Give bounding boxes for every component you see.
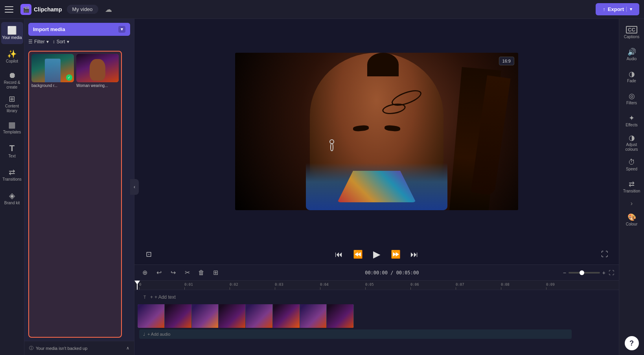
add-text-label: + Add text (155, 294, 176, 300)
zoom-slider[interactable] (569, 272, 600, 274)
sidebar-label-copilot: Copilot (6, 59, 18, 64)
your-media-icon: ⬜ (7, 26, 17, 34)
right-tool-colour[interactable]: 🎨 Colour (620, 209, 643, 231)
zoom-in-button[interactable]: + (602, 270, 605, 276)
left-sidebar: ⬜ Your media ✨ Copilot ⏺ Record & create… (0, 19, 24, 355)
ruler-mark-2: 0:02 (230, 283, 275, 290)
playhead-arrow (134, 281, 140, 285)
media-panel: Import media ▾ ☰ Filter ▾ ↕ Sort ▾ (24, 19, 134, 355)
screen-capture-button[interactable]: ⊡ (142, 248, 155, 261)
video-track-strip[interactable] (138, 304, 354, 328)
play-button[interactable]: ▶ (370, 248, 383, 261)
speed-icon: ⏱ (628, 159, 635, 166)
import-dropdown-arrow[interactable]: ▾ (118, 26, 125, 33)
right-tool-transition[interactable]: ⇄ Transition (620, 176, 643, 198)
frame-5 (246, 304, 273, 328)
sidebar-item-content-library[interactable]: ⊞ Content library (1, 93, 23, 115)
right-tool-captions[interactable]: CC Captions (620, 22, 643, 43)
colour-label: Colour (626, 222, 637, 227)
delete-button[interactable]: 🗑 (196, 267, 207, 278)
add-text-plus: + (150, 294, 153, 300)
audio-track-row: ♩ + Add audio (134, 329, 619, 339)
export-button[interactable]: ↑ Export ▾ (596, 3, 639, 15)
colour-icon: 🎨 (627, 214, 636, 221)
sidebar-label-templates: Templates (3, 130, 21, 135)
filter-button[interactable]: ☰ Filter ▾ (28, 39, 49, 44)
right-tool-audio[interactable]: 🔊 Audio (620, 44, 643, 65)
audio-track[interactable]: ♩ + Add audio (139, 329, 572, 339)
media-grid: ✓ background r... Woman wearing... (24, 48, 134, 341)
copilot-icon: ✨ (7, 50, 17, 58)
topbar: 🎬 Clipchamp My video ☁ ↑ Export ▾ (0, 0, 644, 19)
sort-button[interactable]: ↕ Sort ▾ (53, 39, 69, 44)
speed-label: Speed (626, 167, 637, 172)
import-media-button[interactable]: Import media ▾ (28, 23, 130, 36)
thumb-check-background: ✓ (66, 74, 72, 81)
right-tool-adjust-colours[interactable]: ◑ Adjust colours (620, 132, 643, 153)
transition-label: Transition (623, 189, 640, 194)
logo-icon: 🎬 (20, 4, 31, 15)
right-tool-filters[interactable]: ◎ Filters (620, 88, 643, 109)
skip-forward-button[interactable]: ⏭ (408, 248, 421, 261)
timeline-fullscreen-button[interactable]: ⛶ (609, 270, 614, 276)
add-text-button[interactable]: + + Add text (150, 294, 176, 300)
zoom-out-button[interactable]: − (563, 270, 566, 276)
redo-button[interactable]: ↪ (167, 267, 178, 278)
transitions-icon: ⇄ (9, 168, 15, 176)
timeline-time-display: 00:00:00 / 00:05:00 (224, 270, 560, 275)
media-thumb-background[interactable]: ✓ background r... (31, 54, 74, 335)
video-track-row (134, 303, 619, 328)
right-tool-speed[interactable]: ⏱ Speed (620, 154, 643, 176)
content-library-icon: ⊞ (9, 95, 15, 103)
playhead[interactable] (137, 281, 138, 290)
filter-arrow: ▾ (46, 39, 49, 44)
main-area: ⬜ Your media ✨ Copilot ⏺ Record & create… (0, 19, 644, 355)
undo-button[interactable]: ↩ (153, 267, 164, 278)
help-button[interactable]: ? (625, 336, 639, 350)
video-title[interactable]: My video (67, 5, 98, 14)
backup-notice-icon: ⓘ (29, 345, 33, 351)
adjust-colours-icon: ◑ (629, 134, 635, 141)
transition-icon: ⇄ (629, 181, 635, 188)
record-icon: ⏺ (8, 71, 16, 79)
fullscreen-button[interactable]: ⛶ (598, 248, 611, 261)
right-tool-effects[interactable]: ✦ Effects (620, 110, 643, 131)
sidebar-item-text[interactable]: T Text (1, 140, 23, 162)
center-area: 16:9 ⊡ ⏮ ⏪ ▶ ⏩ ⏭ ⛶ ⊕ ↩ ↪ ✂ 🗑 ⊞ 00:00:00 (134, 19, 619, 355)
zoom-thumb (580, 270, 584, 275)
sidebar-label-record: Record & create (2, 80, 22, 90)
sidebar-item-your-media[interactable]: ⬜ Your media (1, 22, 23, 44)
right-sidebar-collapse[interactable]: › (629, 198, 634, 209)
sidebar-item-copilot[interactable]: ✨ Copilot (1, 46, 23, 68)
filter-icon: ☰ (28, 39, 33, 44)
filter-sort-row: ☰ Filter ▾ ↕ Sort ▾ (28, 38, 130, 45)
forward-button[interactable]: ⏩ (389, 248, 402, 261)
thumb-image-woman (76, 54, 119, 82)
menu-icon[interactable] (5, 4, 16, 15)
panel-collapse-button[interactable]: ‹ (130, 179, 139, 195)
app-name: Clipchamp (34, 6, 62, 13)
sidebar-item-transitions[interactable]: ⇄ Transitions (1, 164, 23, 186)
add-audio-label: + Add audio (147, 332, 170, 337)
timeline-body: 0 0:01 0:02 0:03 (134, 281, 619, 355)
cut-button[interactable]: ✂ (182, 267, 193, 278)
ruler-mark-9: 0:09 (546, 283, 591, 290)
playback-controls: ⊡ ⏮ ⏪ ▶ ⏩ ⏭ ⛶ (134, 244, 619, 264)
app-logo: 🎬 Clipchamp (20, 4, 62, 15)
skip-back-button[interactable]: ⏮ (333, 248, 345, 261)
sidebar-item-templates[interactable]: ▦ Templates (1, 116, 23, 139)
cloud-icon[interactable]: ☁ (103, 4, 114, 15)
sidebar-item-brand-kit[interactable]: ◈ Brand kit (1, 187, 23, 209)
magnetic-tool-button[interactable]: ⊕ (139, 267, 150, 278)
sidebar-label-transitions: Transitions (2, 177, 22, 182)
rewind-button[interactable]: ⏪ (351, 248, 364, 261)
export-dropdown-arrow[interactable]: ▾ (626, 7, 632, 12)
sidebar-item-record-create[interactable]: ⏺ Record & create (1, 69, 23, 91)
right-tool-fade[interactable]: ◑ Fade (620, 66, 643, 87)
backup-notice-expand[interactable]: ∧ (126, 346, 129, 351)
aspect-ratio-badge-container: 16:9 (499, 57, 514, 65)
ruler-mark-0: 0 (139, 283, 184, 290)
backup-notice: ⓘ Your media isn't backed up ∧ (24, 341, 134, 355)
media-thumb-woman[interactable]: Woman wearing... (76, 54, 119, 335)
more-options-button[interactable]: ⊞ (210, 267, 221, 278)
